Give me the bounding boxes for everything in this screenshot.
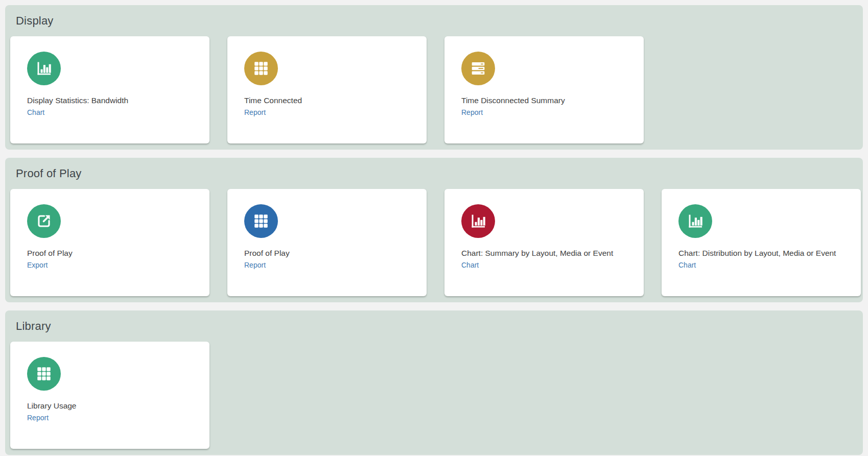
report-card-title: Library Usage: [27, 401, 205, 411]
report-card-title: Display Statistics: Bandwidth: [27, 96, 205, 105]
report-icon-circle: [244, 204, 278, 238]
report-card-link-export[interactable]: Export: [27, 261, 48, 269]
bar-chart-icon: [470, 212, 487, 230]
report-card-title: Time Connected: [244, 96, 423, 105]
report-card-link-report[interactable]: Report: [244, 108, 266, 116]
report-card-link-report[interactable]: Report: [244, 261, 266, 269]
report-card-proof-of-play: Proof of Play Report: [227, 189, 427, 296]
bar-chart-icon: [687, 212, 704, 230]
report-icon-circle: [678, 204, 712, 238]
report-card-time-connected: Time Connected Report: [227, 36, 427, 143]
report-card-title: Chart: Distribution by Layout, Media or …: [678, 249, 857, 258]
report-icon-circle: [461, 52, 495, 85]
report-card-link-report[interactable]: Report: [461, 108, 483, 116]
grid-icon: [35, 365, 53, 382]
external-link-icon: [35, 212, 53, 230]
grid-icon: [252, 60, 270, 77]
report-card-time-disconnected-summary: Time Disconnected Summary Report: [444, 36, 644, 143]
section-title: Library: [16, 320, 858, 333]
server-icon: [470, 60, 487, 77]
grid-icon: [252, 212, 270, 230]
report-card-link-report[interactable]: Report: [27, 414, 49, 422]
report-card-title: Proof of Play: [244, 249, 423, 258]
section-proof-of-play: Proof of Play Proof of Play Export Proof…: [5, 158, 863, 302]
report-icon-circle: [461, 204, 495, 238]
report-card-chart-summary-by-layout-media-or-event: Chart: Summary by Layout, Media or Event…: [444, 189, 644, 296]
report-card-title: Time Disconnected Summary: [461, 96, 640, 105]
section-library: Library Library Usage Report: [5, 310, 863, 455]
section-display: Display Display Statistics: Bandwidth Ch…: [5, 5, 863, 150]
report-card-proof-of-play: Proof of Play Export: [10, 189, 209, 296]
report-card-library-usage: Library Usage Report: [10, 342, 209, 449]
report-icon-circle: [27, 357, 61, 391]
card-row: Display Statistics: Bandwidth Chart Time…: [10, 36, 858, 143]
report-card-title: Proof of Play: [27, 249, 205, 258]
report-card-link-chart[interactable]: Chart: [27, 108, 44, 116]
card-row: Proof of Play Export Proof of Play Repor…: [10, 189, 858, 296]
section-title: Proof of Play: [16, 167, 858, 180]
report-icon-circle: [27, 52, 61, 85]
report-card-display-statistics-bandwidth: Display Statistics: Bandwidth Chart: [10, 36, 209, 143]
report-card-link-chart[interactable]: Chart: [461, 261, 479, 269]
section-title: Display: [16, 14, 858, 28]
report-card-title: Chart: Summary by Layout, Media or Event: [461, 249, 640, 258]
report-icon-circle: [27, 204, 61, 238]
report-card-link-chart[interactable]: Chart: [678, 261, 696, 269]
reports-page: Display Display Statistics: Bandwidth Ch…: [0, 0, 868, 455]
report-card-chart-distribution-by-layout-media-or-event: Chart: Distribution by Layout, Media or …: [662, 189, 861, 296]
card-row: Library Usage Report: [10, 342, 858, 449]
report-icon-circle: [244, 52, 278, 85]
bar-chart-icon: [35, 60, 53, 77]
